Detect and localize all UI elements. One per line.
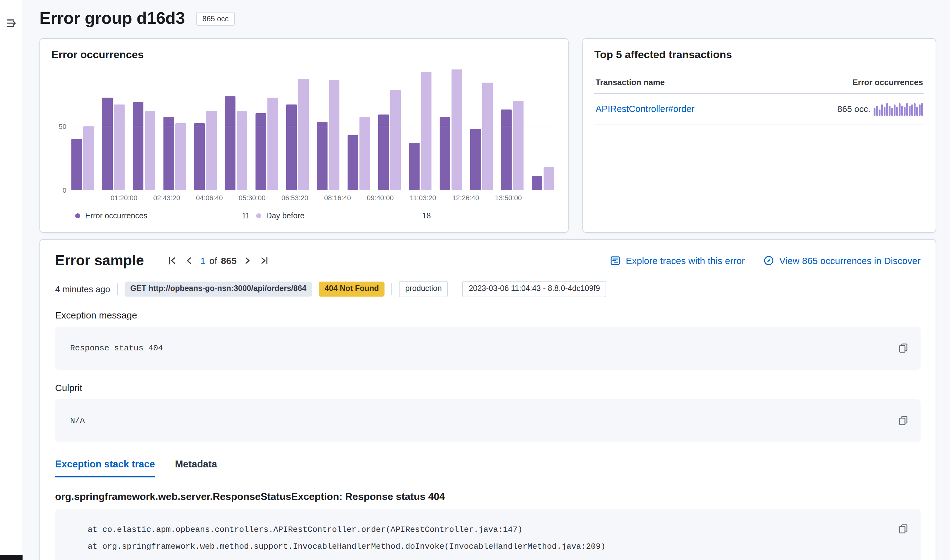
legend-label: Error occurrences xyxy=(85,211,148,220)
clipboard-icon xyxy=(898,524,909,534)
bar-pair xyxy=(532,167,554,190)
copy-button[interactable] xyxy=(898,523,909,535)
sparkline-bar xyxy=(894,105,896,116)
bar-pair xyxy=(163,117,186,190)
bar-pair xyxy=(347,117,370,190)
sparkline-bar xyxy=(876,106,878,116)
error-sample-header: Error sample 1 of 865 xyxy=(55,251,921,270)
x-axis-label: 12:26:40 xyxy=(452,194,479,202)
bar-error-occurrences xyxy=(501,109,512,190)
copy-button[interactable] xyxy=(898,342,909,354)
bar-day-before xyxy=(267,98,278,190)
view-in-discover-link[interactable]: View 865 occurrences in Discover xyxy=(764,255,921,266)
previous-page-button[interactable] xyxy=(184,255,195,266)
expand-menu-button[interactable] xyxy=(6,17,17,29)
bar-pair xyxy=(71,126,94,190)
view-in-discover-label: View 865 occurrences in Discover xyxy=(779,255,921,266)
sidebar-bottom-dark-strip xyxy=(0,555,23,560)
tab-metadata[interactable]: Metadata xyxy=(175,458,217,477)
transaction-occurrences-cell: 865 occ. xyxy=(837,102,923,116)
legend-dot-day-before xyxy=(256,213,261,218)
culprit-text: N/A xyxy=(70,416,85,425)
timestamp-version-badge: 2023-03-06 11:04:43 - 8.8.0-4dc109f9 xyxy=(463,281,606,297)
tab-exception-stack-trace[interactable]: Exception stack trace xyxy=(55,458,155,477)
bar-day-before xyxy=(513,100,524,190)
last-page-button[interactable] xyxy=(259,255,270,266)
sparkline-bar xyxy=(921,103,923,116)
bar-day-before xyxy=(83,126,94,190)
occurrences-chart-title: Error occurrences xyxy=(51,49,557,61)
sparkline xyxy=(874,102,923,116)
bar-error-occurrences xyxy=(102,98,113,190)
pagination-status: 1 of 865 xyxy=(200,255,237,266)
exception-message-label: Exception message xyxy=(55,309,921,320)
bar-pair xyxy=(102,98,125,190)
x-axis-labels: 01:20:0002:43:2004:06:4005:30:0006:53:20… xyxy=(71,193,554,204)
occurrences-bar-chart: 50 0 01:20:0002:43:2004:06:4005:30:0006:… xyxy=(51,68,557,220)
sparkline-bar xyxy=(886,103,888,116)
main-content: Error group d16d3 865 occ Error occurren… xyxy=(23,0,950,560)
sparkline-bar xyxy=(881,105,883,116)
bar-error-occurrences xyxy=(470,129,481,190)
legend-value: 11 xyxy=(242,211,250,220)
bar-error-occurrences xyxy=(225,97,236,190)
bar-error-occurrences xyxy=(163,117,174,190)
clipboard-icon xyxy=(898,343,909,353)
explore-traces-link[interactable]: Explore traces with this error xyxy=(610,255,745,266)
sample-pagination: 1 of 865 xyxy=(167,255,270,266)
bar-pair xyxy=(286,78,309,190)
request-url-badge: GET http://opbeans-go-nsn:3000/api/order… xyxy=(125,282,312,296)
sample-header-actions: Explore traces with this error View 865 … xyxy=(610,255,921,266)
legend-dot-current xyxy=(75,213,80,218)
legend-item-day-before[interactable]: Day before 18 xyxy=(256,211,437,220)
bar-pair xyxy=(440,70,462,190)
next-page-button[interactable] xyxy=(242,255,254,266)
sparkline-bar xyxy=(901,106,903,116)
sparkline-bar xyxy=(909,106,911,116)
sparkline-bar xyxy=(904,107,905,116)
legend-label: Day before xyxy=(266,211,304,220)
of-label: of xyxy=(210,255,217,266)
top-panels-row: Error occurrences 50 0 01:20:0002:43:200… xyxy=(39,38,936,233)
transaction-occurrence-count: 865 occ. xyxy=(837,104,870,114)
x-axis-label: 01:20:00 xyxy=(111,194,137,202)
stack-frame: at org.springframework.web.method.suppor… xyxy=(70,538,905,555)
sparkline-bar xyxy=(906,103,908,116)
sparkline-bar xyxy=(916,107,918,116)
x-axis-label: 04:06:40 xyxy=(196,194,223,202)
bar-error-occurrences xyxy=(133,102,143,190)
page-header: Error group d16d3 865 occ xyxy=(39,9,936,28)
bar-pair xyxy=(225,97,247,190)
copy-button[interactable] xyxy=(898,415,909,426)
bar-plot: 50 0 xyxy=(71,68,554,190)
separator xyxy=(117,283,118,295)
total-pages: 865 xyxy=(221,255,237,266)
bar-day-before xyxy=(175,123,186,190)
x-axis-label: 11:03:20 xyxy=(410,194,436,202)
sparkline-bar xyxy=(899,103,901,116)
bar-pair xyxy=(501,100,524,190)
current-page: 1 xyxy=(200,255,206,266)
bar-day-before xyxy=(390,90,401,190)
bar-error-occurrences xyxy=(532,176,542,190)
first-page-button[interactable] xyxy=(167,255,178,266)
sparkline-bar xyxy=(914,103,916,116)
culprit-label: Culprit xyxy=(55,382,921,392)
column-error-occurrences: Error occurrences xyxy=(853,78,923,87)
x-axis-label: 02:43:20 xyxy=(153,194,180,202)
transactions-table-header: Transaction name Error occurrences xyxy=(594,72,924,94)
clipboard-icon xyxy=(898,415,909,426)
bar-pair xyxy=(378,90,401,190)
http-status-badge: 404 Not Found xyxy=(319,282,385,296)
legend-item-error-occurrences[interactable]: Error occurrences 11 xyxy=(75,211,256,220)
x-axis-label: 09:40:00 xyxy=(367,194,394,202)
transactions-table: Transaction name Error occurrences APIRe… xyxy=(594,72,924,125)
x-axis-label: 08:16:40 xyxy=(324,194,351,202)
sample-tabs: Exception stack trace Metadata xyxy=(55,458,921,477)
occurrences-count-badge: 865 occ xyxy=(196,12,235,25)
error-sample-panel: Error sample 1 of 865 xyxy=(39,239,936,560)
bar-day-before xyxy=(421,72,432,190)
bar-day-before xyxy=(114,104,125,190)
transaction-link[interactable]: APIRestController#order xyxy=(595,104,694,114)
bar-pair xyxy=(194,111,217,190)
